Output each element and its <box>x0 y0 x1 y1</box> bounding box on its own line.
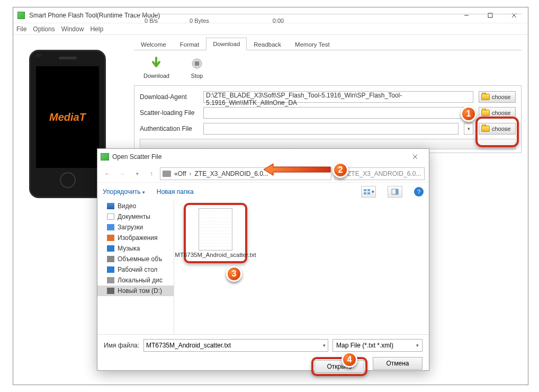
status-bytes: 0 Bytes <box>190 17 209 24</box>
auth-dropdown[interactable]: ▾ <box>464 123 473 135</box>
tree-downloads[interactable]: Загрузки <box>97 222 174 233</box>
tree-local-disk[interactable]: Локальный дис <box>97 275 174 286</box>
download-button[interactable]: Download <box>143 57 169 79</box>
chevron-down-icon: ▾ <box>372 189 374 194</box>
stop-button[interactable]: Stop <box>190 57 204 79</box>
auth-choose-button[interactable]: choose <box>479 123 516 135</box>
crumb-item[interactable]: ZTE_X3_ANDROID_6.0... <box>194 170 268 177</box>
svg-rect-9 <box>367 189 370 191</box>
annotation-badge-2: 2 <box>333 162 348 178</box>
status-speed: 0 B/s <box>145 17 158 24</box>
folder-icon <box>481 94 490 100</box>
drive-icon <box>163 171 171 177</box>
folder-icon <box>481 126 490 132</box>
open-scatter-dialog: Open Scatter File ← → ▾ ↑ « Off › ZTE_X3… <box>97 148 429 371</box>
chevron-down-icon: ▾ <box>468 126 470 131</box>
tree-desktop[interactable]: Рабочий стол <box>97 264 174 275</box>
annotation-badge-4: 4 <box>342 352 357 368</box>
partition-list-header <box>140 139 516 149</box>
nav-forward-button[interactable]: → <box>116 168 128 180</box>
annotation-box-open: Открыть <box>311 357 367 376</box>
folder-icon <box>481 110 490 116</box>
chevron-down-icon: ▾ <box>142 190 145 195</box>
scatter-label: Scatter-loading File <box>140 109 198 117</box>
tree-video[interactable]: Видео <box>97 201 174 211</box>
chevron-right-icon: › <box>189 170 191 177</box>
preview-pane-button[interactable] <box>388 186 402 198</box>
menu-file[interactable]: File <box>16 25 26 33</box>
annotation-badge-1: 1 <box>461 106 477 122</box>
tabs-row: Welcome Format Download Readback Memory … <box>134 37 522 50</box>
svg-rect-8 <box>364 189 366 191</box>
tab-download[interactable]: Download <box>206 38 247 50</box>
crumb-prefix: « <box>174 170 178 177</box>
folder-tree: Видео Документы Загрузки Изображения Муз… <box>97 201 174 334</box>
download-arrow-icon <box>149 57 164 70</box>
tab-readback[interactable]: Readback <box>247 38 288 50</box>
dialog-close-button[interactable] <box>405 150 426 163</box>
da-choose-button[interactable]: choose <box>479 91 516 103</box>
phone-mock: BM MediaT <box>29 50 106 198</box>
phone-screen: MediaT <box>36 66 99 168</box>
file-name: MT6735M_Android_scatter.txt <box>175 252 256 258</box>
text-file-icon <box>199 208 232 251</box>
nav-up-button[interactable]: ↑ <box>146 168 157 180</box>
tab-format[interactable]: Format <box>173 38 206 50</box>
organize-menu[interactable]: Упорядочить ▾ <box>103 188 145 195</box>
annotation-badge-3: 3 <box>226 266 242 282</box>
chevron-down-icon: ▾ <box>416 343 419 348</box>
svg-rect-10 <box>364 192 366 194</box>
menu-window[interactable]: Window <box>61 25 84 33</box>
tree-music[interactable]: Музыка <box>97 243 174 254</box>
filetype-select[interactable]: Map File (*.txt *.xml) ▾ <box>333 339 423 352</box>
menu-options[interactable]: Options <box>33 25 55 33</box>
statusbar: 0 B/s 0 Bytes 0:00 <box>134 14 522 26</box>
view-mode-button[interactable]: ▾ <box>361 186 376 198</box>
help-button[interactable]: ? <box>414 187 424 197</box>
crumb-item[interactable]: Off <box>178 170 186 177</box>
nav-history-dropdown[interactable]: ▾ <box>131 168 143 180</box>
phone-bm-label: BM <box>36 54 42 57</box>
tab-welcome[interactable]: Welcome <box>134 38 173 50</box>
phone-home-button <box>60 172 76 188</box>
tree-volumes[interactable]: Объемные объ <box>97 254 174 264</box>
dialog-title: Open Scatter File <box>112 153 405 161</box>
scatter-choose-button[interactable]: choose <box>479 107 516 119</box>
stop-icon <box>190 57 204 70</box>
svg-marker-14 <box>264 164 330 175</box>
file-item-scatter[interactable]: MT6735M_Android_scatter.txt <box>184 203 247 263</box>
svg-rect-13 <box>396 189 398 194</box>
svg-rect-11 <box>367 192 370 194</box>
status-time: 0:00 <box>273 17 284 24</box>
tab-memory-test[interactable]: Memory Test <box>288 38 337 50</box>
app-icon <box>17 12 25 19</box>
filename-label: Имя файла: <box>104 342 139 349</box>
tree-new-volume[interactable]: Новый том (D:) <box>97 286 174 296</box>
da-input[interactable]: D:\ZTE_BLADE_X3\Soft\SP_Flash_Tool-5.191… <box>203 91 473 103</box>
tree-documents[interactable]: Документы <box>97 211 174 222</box>
da-label: Download-Agent <box>140 93 198 101</box>
download-label: Download <box>143 73 169 79</box>
auth-label: Authentication File <box>140 125 198 132</box>
phone-brand-text: MediaT <box>49 111 86 123</box>
filename-input[interactable]: MT6735M_Android_scatter.txt ▾ <box>143 339 328 352</box>
auth-input[interactable] <box>203 123 459 135</box>
cancel-button[interactable]: Отмена <box>373 357 423 370</box>
new-folder-button[interactable]: Новая папка <box>157 188 194 195</box>
stop-label: Stop <box>191 73 203 79</box>
phone-speaker <box>59 57 77 59</box>
scatter-input[interactable] <box>203 107 473 119</box>
nav-back-button[interactable]: ← <box>102 168 113 180</box>
tree-images[interactable]: Изображения <box>97 233 174 243</box>
menu-help[interactable]: Help <box>90 25 103 33</box>
annotation-arrow <box>264 163 333 180</box>
dialog-app-icon <box>101 153 109 161</box>
chevron-down-icon: ▾ <box>323 343 326 348</box>
file-list[interactable]: MT6735M_Android_scatter.txt <box>174 201 429 334</box>
svg-rect-5 <box>195 61 199 66</box>
